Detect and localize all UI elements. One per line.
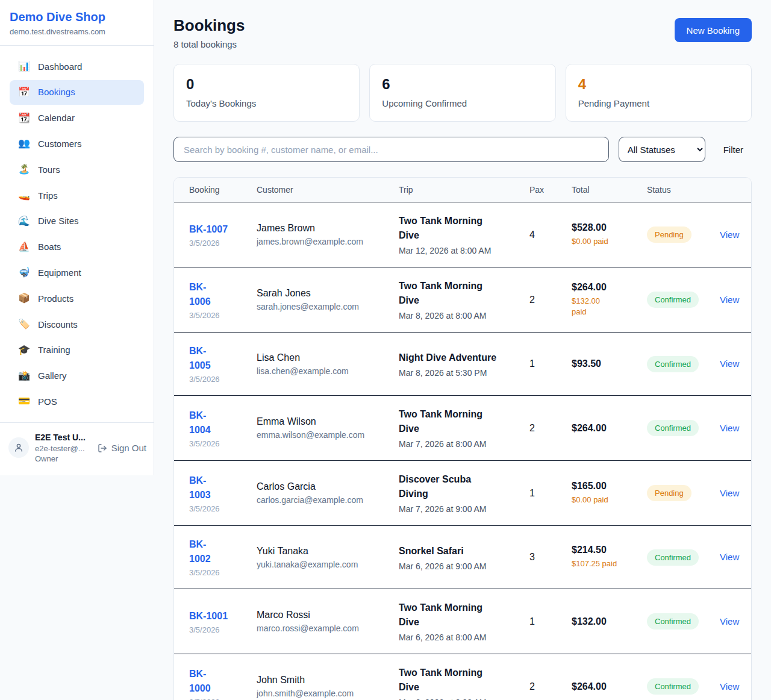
- pax-count: 3: [529, 552, 572, 563]
- booking-id-link[interactable]: BK-1007: [189, 222, 228, 237]
- sidebar-item-discounts[interactable]: 🏷️ Discounts: [10, 312, 144, 337]
- sidebar-item-boats[interactable]: ⛵ Boats: [10, 235, 144, 260]
- view-cell: View: [720, 295, 751, 305]
- pax-count: 2: [529, 295, 572, 305]
- booking-cell: BK- 1005 3/5/2026: [189, 344, 257, 384]
- status-cell: Confirmed: [647, 292, 720, 308]
- status-badge: Confirmed: [647, 549, 699, 566]
- filter-button[interactable]: Filter: [715, 145, 752, 155]
- status-filter-select[interactable]: All Statuses: [619, 137, 705, 162]
- main-content: Bookings 8 total bookings New Booking 0 …: [154, 0, 771, 700]
- stats-row: 0 Today's Bookings 6 Upcoming Confirmed …: [173, 64, 752, 122]
- pax-count: 1: [529, 616, 572, 627]
- nav-icon: 📦: [18, 292, 30, 305]
- total-cell: $132.00: [572, 616, 647, 627]
- view-link[interactable]: View: [720, 552, 739, 562]
- sidebar-item-trips[interactable]: 🚤 Trips: [10, 183, 144, 208]
- trip-name: Two Tank Morning Dive: [399, 666, 522, 695]
- total-cell: $165.00 $0.00 paid: [572, 481, 647, 505]
- sidebar-item-products[interactable]: 📦 Products: [10, 286, 144, 311]
- booking-cell: BK- 1002 3/5/2026: [189, 537, 257, 577]
- sidebar-item-label: Dashboard: [38, 61, 82, 73]
- status-badge: Pending: [647, 227, 691, 243]
- view-cell: View: [720, 552, 751, 563]
- sidebar-item-label: Gallery: [38, 370, 67, 382]
- customer-email: lisa.chen@example.com: [257, 366, 392, 376]
- sidebar-item-pos[interactable]: 💳 POS: [10, 389, 144, 414]
- booking-id-link[interactable]: BK- 1002: [189, 537, 211, 566]
- sidebar-item-equipment[interactable]: 🤿 Equipment: [10, 260, 144, 285]
- booking-id-link[interactable]: BK- 1004: [189, 408, 211, 437]
- view-link[interactable]: View: [720, 423, 739, 433]
- trip-datetime: Mar 6, 2026 at 8:00 AM: [399, 698, 522, 700]
- customer-email: carlos.garcia@example.com: [257, 495, 392, 505]
- stat-value: 4: [578, 76, 739, 93]
- total-amount: $528.00: [572, 222, 640, 233]
- sign-out-icon: [98, 443, 107, 453]
- customer-name: Yuki Tanaka: [257, 546, 392, 557]
- booking-id-link[interactable]: BK- 1003: [189, 473, 211, 502]
- booking-id-link[interactable]: BK- 1005: [189, 344, 211, 373]
- status-cell: Confirmed: [647, 678, 720, 695]
- sign-out-button[interactable]: Sign Out: [98, 443, 146, 453]
- status-badge: Confirmed: [647, 420, 699, 436]
- booking-cell: BK- 1000 3/5/2026: [189, 667, 257, 700]
- total-cell: $528.00 $0.00 paid: [572, 222, 647, 247]
- stat-card: 4 Pending Payment: [566, 64, 752, 122]
- view-link[interactable]: View: [720, 358, 739, 369]
- booking-date: 3/5/2026: [189, 239, 249, 248]
- view-link[interactable]: View: [720, 488, 739, 498]
- view-link[interactable]: View: [720, 616, 739, 627]
- sidebar-item-bookings[interactable]: 📅 Bookings: [10, 80, 144, 105]
- sidebar-item-label: Customers: [38, 138, 82, 150]
- sidebar-item-dive-sites[interactable]: 🌊 Dive Sites: [10, 209, 144, 234]
- total-cell: $264.00 $132.00 paid: [572, 282, 647, 317]
- sidebar-item-label: Discounts: [38, 319, 78, 331]
- stat-label: Upcoming Confirmed: [382, 98, 543, 108]
- nav-icon: 🏝️: [18, 163, 30, 176]
- sidebar-item-training[interactable]: 🎓 Training: [10, 338, 144, 363]
- booking-id-link[interactable]: BK- 1000: [189, 667, 211, 696]
- view-link[interactable]: View: [720, 230, 739, 240]
- sidebar-item-label: Boats: [38, 241, 61, 253]
- user-panel: E2E Test U... e2e-tester@... Owner Sign …: [0, 422, 154, 475]
- view-cell: View: [720, 423, 751, 434]
- booking-id-link[interactable]: BK- 1006: [189, 280, 211, 309]
- col-header-status: Status: [647, 185, 720, 195]
- view-link[interactable]: View: [720, 681, 739, 692]
- trip-datetime: Mar 6, 2026 at 9:00 AM: [399, 561, 522, 571]
- booking-cell: BK- 1003 3/5/2026: [189, 473, 257, 513]
- booking-date: 3/5/2026: [189, 698, 249, 700]
- total-amount: $93.50: [572, 358, 640, 369]
- nav-icon: 📅: [18, 86, 30, 99]
- trip-datetime: Mar 12, 2026 at 8:00 AM: [399, 246, 522, 255]
- stat-value: 0: [186, 76, 347, 93]
- search-input[interactable]: [173, 137, 609, 162]
- view-cell: View: [720, 230, 751, 240]
- customer-email: emma.wilson@example.com: [257, 430, 392, 440]
- customer-cell: Sarah Jones sarah.jones@example.com: [257, 288, 399, 311]
- trip-cell: Two Tank Morning Dive Mar 8, 2026 at 8:0…: [399, 279, 529, 320]
- table-row: BK-1001 3/5/2026 Marco Rossi marco.rossi…: [174, 589, 751, 654]
- trip-cell: Two Tank Morning Dive Mar 6, 2026 at 8:0…: [399, 666, 529, 700]
- table-row: BK- 1002 3/5/2026 Yuki Tanaka yuki.tanak…: [174, 526, 751, 589]
- nav-icon: 📸: [18, 370, 30, 383]
- view-link[interactable]: View: [720, 295, 739, 305]
- customer-cell: Carlos Garcia carlos.garcia@example.com: [257, 481, 399, 505]
- total-cell: $214.50 $107.25 paid: [572, 545, 647, 569]
- booking-date: 3/5/2026: [189, 568, 249, 577]
- col-header-pax: Pax: [529, 185, 572, 195]
- user-email: e2e-tester@...: [35, 444, 92, 453]
- new-booking-button[interactable]: New Booking: [675, 18, 752, 42]
- sidebar-item-tours[interactable]: 🏝️ Tours: [10, 157, 144, 182]
- view-cell: View: [720, 488, 751, 499]
- booking-id-link[interactable]: BK-1001: [189, 609, 228, 623]
- sidebar-item-calendar[interactable]: 📆 Calendar: [10, 106, 144, 131]
- sidebar-item-gallery[interactable]: 📸 Gallery: [10, 364, 144, 389]
- booking-date: 3/5/2026: [189, 439, 249, 448]
- status-cell: Pending: [647, 227, 720, 243]
- booking-cell: BK- 1004 3/5/2026: [189, 408, 257, 448]
- nav-icon: 📆: [18, 112, 30, 125]
- sidebar-item-customers[interactable]: 👥 Customers: [10, 131, 144, 156]
- sidebar-item-dashboard[interactable]: 📊 Dashboard: [10, 54, 144, 79]
